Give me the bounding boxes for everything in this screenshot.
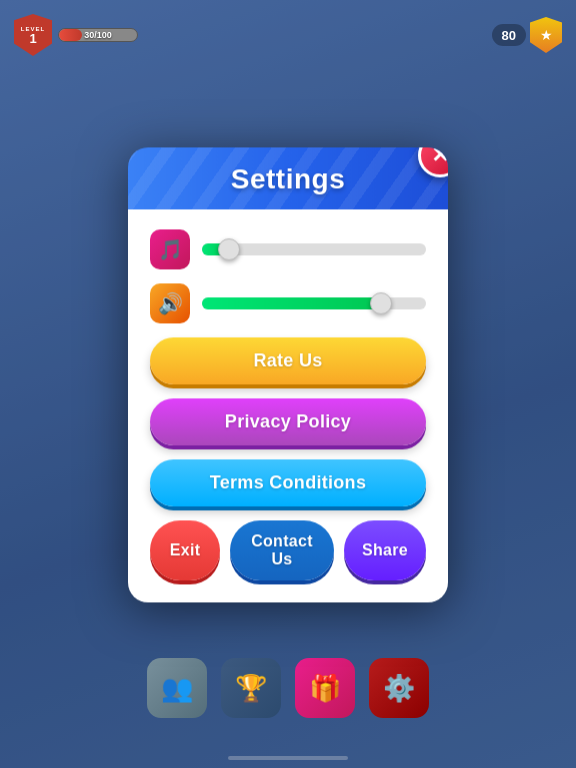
nav-trophy-button[interactable]: 🏆 <box>221 658 281 718</box>
sound-slider-track[interactable] <box>202 297 426 309</box>
xp-label: 30/100 <box>84 30 112 40</box>
settings-gear-icon: ⚙️ <box>383 673 415 704</box>
sound-slider-row: 🔊 <box>150 283 426 323</box>
music-icon-btn: 🎵 <box>150 229 190 269</box>
share-button[interactable]: Share <box>344 520 426 580</box>
sound-speaker-icon: 🔊 <box>158 291 183 315</box>
coin-bar: 80 <box>492 24 526 46</box>
friends-icon: 👥 <box>161 673 193 704</box>
privacy-policy-button[interactable]: Privacy Policy <box>150 398 426 445</box>
xp-bar-fill <box>59 29 82 41</box>
contact-us-button[interactable]: Contact Us <box>230 520 334 580</box>
dialog-body: 🎵 🔊 Rate Us Privacy Policy Terms Conditi… <box>128 209 448 602</box>
settings-dialog: Settings ✕ 🎵 🔊 Rate Us <box>128 147 448 602</box>
trophy-icon: 🏆 <box>235 673 267 704</box>
close-button[interactable]: ✕ <box>418 147 448 177</box>
nav-settings-button[interactable]: ⚙️ <box>369 658 429 718</box>
level-shield: LEVEL 1 <box>14 14 52 56</box>
level-badge: LEVEL 1 30/100 <box>14 14 138 56</box>
coin-value: 80 <box>502 28 516 43</box>
bottom-nav: 👥 🏆 🎁 ⚙️ <box>147 658 429 718</box>
music-note-icon: 🎵 <box>158 237 183 261</box>
bottom-button-row: Exit Contact Us Share <box>150 520 426 580</box>
sound-slider-thumb[interactable] <box>370 292 392 314</box>
dialog-title: Settings <box>231 163 345 194</box>
hud-top: LEVEL 1 30/100 80 <box>14 14 562 56</box>
level-num: 1 <box>29 32 36 45</box>
sound-icon-btn: 🔊 <box>150 283 190 323</box>
sound-slider-fill <box>202 297 381 309</box>
rate-us-button[interactable]: Rate Us <box>150 337 426 384</box>
xp-wrapper: 30/100 <box>58 28 138 42</box>
music-slider-row: 🎵 <box>150 229 426 269</box>
coins-container: 80 <box>492 17 562 53</box>
music-slider-track[interactable] <box>202 243 426 255</box>
terms-conditions-button[interactable]: Terms Conditions <box>150 459 426 506</box>
nav-friends-button[interactable]: 👥 <box>147 658 207 718</box>
shield-gold-icon <box>530 17 562 53</box>
gift-icon: 🎁 <box>309 673 341 704</box>
music-slider-thumb[interactable] <box>218 238 240 260</box>
exit-button[interactable]: Exit <box>150 520 220 580</box>
close-icon: ✕ <box>431 147 448 168</box>
dialog-header: Settings ✕ <box>128 147 448 209</box>
nav-gift-button[interactable]: 🎁 <box>295 658 355 718</box>
